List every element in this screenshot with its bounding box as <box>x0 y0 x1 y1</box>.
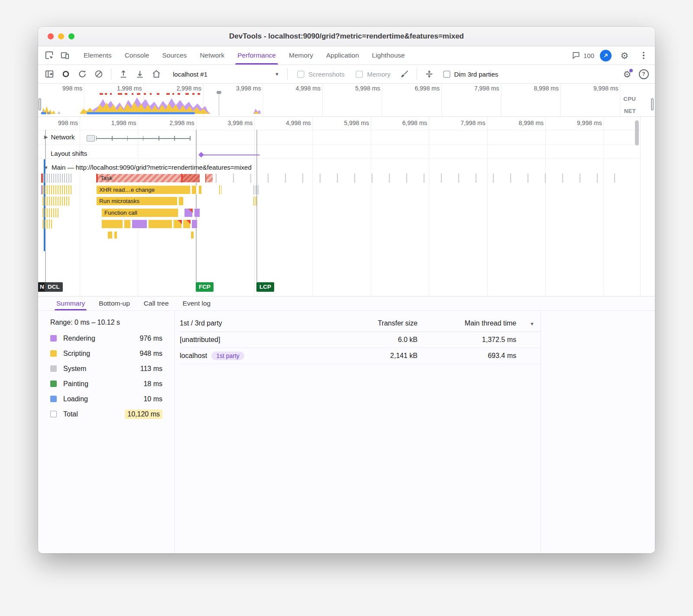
flame-activity-cluster[interactable] <box>41 185 42 194</box>
network-request-chip[interactable] <box>87 135 95 142</box>
flame-bar[interactable] <box>124 219 131 229</box>
tab-bottom-up[interactable]: Bottom-up <box>92 297 137 310</box>
tab-performance[interactable]: Performance <box>231 46 282 65</box>
flame-activity-cluster[interactable] <box>42 219 52 229</box>
table-row[interactable]: localhost1st party 2,141 kB 693.4 ms <box>180 348 541 364</box>
layout-shifts-track-header[interactable]: Layout shifts <box>51 150 87 157</box>
tab-elements[interactable]: Elements <box>77 46 118 65</box>
tab-application[interactable]: Application <box>320 46 366 65</box>
header-party[interactable]: 1st / 3rd party <box>180 319 318 327</box>
live-metrics-button[interactable] <box>149 67 164 81</box>
flame-bar-rendering[interactable] <box>132 219 147 229</box>
overview-left-handle[interactable] <box>39 98 41 110</box>
flame-bar[interactable] <box>148 219 172 229</box>
table-row[interactable]: [unattributed] 6.0 kB 1,372.5 ms <box>180 332 541 348</box>
clear-recording-button[interactable] <box>91 67 107 81</box>
flame-bar[interactable] <box>198 185 202 194</box>
capture-settings-button[interactable]: ⚙ <box>619 67 635 81</box>
timeline-scrollbar[interactable] <box>635 120 639 145</box>
save-profile-button[interactable] <box>132 67 148 81</box>
ruler-label: 998 ms <box>38 119 80 126</box>
flame-activity-cluster[interactable] <box>41 174 43 183</box>
timeline-ruler: 998 ms 1,998 ms 2,998 ms 3,998 ms 4,998 … <box>38 119 604 126</box>
marker-lcp[interactable]: LCP <box>256 282 274 292</box>
layout-shift-cluster-line[interactable] <box>202 155 260 155</box>
timeline-panel[interactable]: 998 ms 1,998 ms 2,998 ms 3,998 ms 4,998 … <box>38 117 655 297</box>
broom-icon <box>400 69 409 79</box>
close-window-button[interactable] <box>48 33 54 39</box>
main-track-header[interactable]: ▼ Main — http://localhost:9090/grid?metr… <box>44 164 252 171</box>
flame-bar-rendering[interactable] <box>191 219 198 229</box>
flame-bar[interactable] <box>114 231 117 239</box>
tab-lighthouse[interactable]: Lighthouse <box>366 46 411 65</box>
ruler-label: 6,998 ms <box>382 85 442 92</box>
help-button[interactable]: ? <box>636 67 651 81</box>
garbage-collect-button[interactable] <box>397 67 412 81</box>
flame-activity-cluster[interactable] <box>42 174 73 183</box>
network-track-header[interactable]: ▶ Network <box>44 133 74 141</box>
memory-checkbox-row[interactable]: Memory <box>356 71 390 78</box>
history-select[interactable]: localhost #1 ▼ <box>169 69 283 80</box>
flame-activity-cluster[interactable] <box>42 185 73 194</box>
zoom-window-button[interactable] <box>68 33 74 39</box>
flame-bar-run-microtasks[interactable]: Run microtasks <box>96 197 178 206</box>
load-profile-button[interactable] <box>116 67 131 81</box>
flame-bar[interactable] <box>191 231 194 239</box>
tab-call-tree[interactable]: Call tree <box>137 297 176 310</box>
flame-bar-function-call[interactable]: Function call <box>101 208 178 217</box>
header-main-thread-time[interactable]: Main thread time <box>418 319 516 327</box>
flame-bar-task-dense[interactable] <box>181 174 200 183</box>
layout-shifts-track-label: Layout shifts <box>51 150 87 157</box>
flame-bar[interactable] <box>178 197 184 206</box>
flame-activity-cluster[interactable] <box>42 197 69 206</box>
tab-console[interactable]: Console <box>118 46 156 65</box>
long-task-wedge-icon <box>188 209 193 213</box>
time-cell: 693.4 ms <box>418 352 516 360</box>
flame-activity-cluster[interactable] <box>216 174 631 183</box>
flame-bar-rendering[interactable] <box>194 208 200 217</box>
memory-checkbox[interactable] <box>356 71 363 78</box>
minimize-window-button[interactable] <box>58 33 64 39</box>
overview-marker-line[interactable] <box>219 92 219 116</box>
overview-right-handle[interactable] <box>651 98 654 110</box>
blue-status-button[interactable] <box>598 48 613 63</box>
record-and-reload-button[interactable] <box>74 67 90 81</box>
record-button[interactable] <box>58 67 74 81</box>
device-toolbar-button[interactable] <box>57 48 73 63</box>
screenshots-checkbox[interactable] <box>297 71 304 78</box>
inspect-element-button[interactable] <box>42 48 57 63</box>
tab-event-log[interactable]: Event log <box>176 297 218 310</box>
dim-3rd-parties-checkbox[interactable] <box>443 71 450 78</box>
flame-activity-cluster[interactable] <box>253 185 259 194</box>
timeline-overview[interactable]: 998 ms 1,998 ms 2,998 ms 3,998 ms 4,998 … <box>38 84 655 117</box>
marker-dcl[interactable]: DCL <box>45 282 63 292</box>
tab-memory[interactable]: Memory <box>282 46 320 65</box>
legend-value: 10 ms <box>143 395 162 403</box>
flame-bar[interactable] <box>107 231 113 239</box>
flame-bar-task-short[interactable] <box>205 174 213 183</box>
dim-3rd-parties-checkbox-row[interactable]: Dim 3rd parties <box>443 71 499 78</box>
upload-icon <box>119 69 128 79</box>
more-options-button[interactable] <box>636 48 651 63</box>
flame-bar-xhr[interactable]: XHR read…e change <box>96 185 191 194</box>
flame-activity-cluster[interactable] <box>42 208 59 217</box>
flame-bar[interactable] <box>101 219 123 229</box>
header-transfer-size[interactable]: Transfer size <box>318 319 418 327</box>
devtools-settings-button[interactable]: ⚙ <box>617 48 632 63</box>
flame-activity-cluster[interactable] <box>219 185 222 194</box>
marker-fcp[interactable]: FCP <box>196 282 214 292</box>
toggle-sidebar-button[interactable] <box>42 67 57 81</box>
tab-summary[interactable]: Summary <box>49 297 92 310</box>
tab-sources[interactable]: Sources <box>156 46 194 65</box>
flame-activity-cluster[interactable] <box>253 197 258 206</box>
issues-counter[interactable]: 100 <box>572 51 594 60</box>
sort-cell[interactable]: ▼ <box>516 319 541 327</box>
collapse-tracks-button[interactable] <box>421 67 437 81</box>
overview-marker-handle[interactable] <box>217 91 221 94</box>
flame-bar[interactable] <box>191 185 197 194</box>
party-cell: [unattributed] <box>180 336 318 344</box>
screenshots-checkbox-row[interactable]: Screenshots <box>297 71 344 78</box>
tab-network[interactable]: Network <box>193 46 231 65</box>
legend-label: Total <box>63 410 78 418</box>
party-table-header: 1st / 3rd party Transfer size Main threa… <box>180 315 541 332</box>
